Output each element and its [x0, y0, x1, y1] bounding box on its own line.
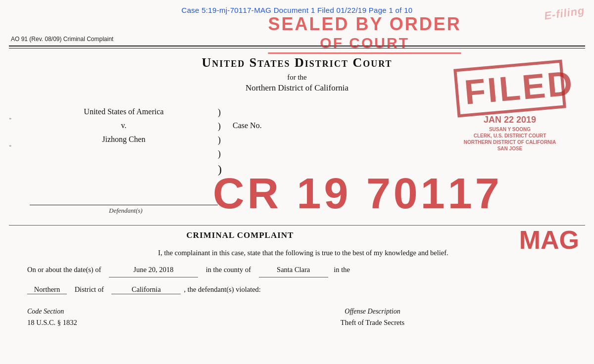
defendant-line — [30, 205, 218, 205]
in-the — [330, 263, 332, 277]
defendant-name: Jizhong Chen — [30, 134, 218, 145]
code-value: 18 U.S.C. § 1832 — [27, 318, 166, 327]
date-spacer — [104, 263, 106, 277]
code-section-header: Code Section — [27, 308, 166, 316]
cr-number-stamp: CR 19 70117 — [213, 168, 579, 219]
defendant-label: Defendant(s) — [109, 207, 143, 215]
paren-2: ) — [218, 120, 233, 132]
district-field: California — [111, 285, 181, 294]
code-section: Code Section Offense Description 18 U.S.… — [27, 308, 579, 327]
offense-header: Offense Description — [166, 308, 579, 316]
county-spacer — [201, 263, 203, 277]
mid-rule — [9, 225, 585, 226]
district-suffix: , the defendant(s) violated: — [184, 285, 260, 294]
criminal-complaint-heading: CRIMINAL COMPLAINT — [0, 230, 480, 240]
district-spacer — [107, 285, 109, 294]
district-of — [70, 285, 72, 294]
complaint-date-line: On or about the date(s) of June 20, 2018… — [27, 263, 579, 277]
county-field: Santa Clara — [259, 263, 328, 277]
paren-3: ) — [218, 134, 233, 145]
sealed-line2: OF COURT — [268, 35, 461, 51]
paren-1: ) — [218, 106, 233, 118]
date-prefix: On or about the date(s) of — [27, 263, 101, 277]
sealed-line1: SEALED BY ORDER — [268, 14, 461, 35]
clerk-info: SUSAN Y SOONG CLERK, U.S. DISTRICT COURT… — [455, 126, 564, 152]
district-violation-line: Northern District of California , the de… — [27, 285, 579, 294]
filed-date: JAN 22 2019 — [455, 115, 564, 125]
county-prefix: in the county of — [206, 263, 251, 277]
code-headers-row: Code Section Offense Description — [27, 308, 579, 316]
vs-label: v. — [30, 120, 218, 131]
ao-form-label: AO 91 (Rev. 08/09) Criminal Complaint — [11, 36, 113, 43]
plaintiff-name: United States of America — [30, 106, 218, 117]
offense-value: Theft of Trade Secrets — [166, 318, 579, 327]
margin-mark-1: * — [9, 116, 12, 122]
district-prefix1: Northern — [27, 285, 67, 294]
margin-mark-2: * — [9, 143, 12, 149]
filed-stamp: FILED JAN 22 2019 SUSAN Y SOONG CLERK, U… — [455, 64, 564, 152]
district-prefix2-label: District of — [75, 285, 104, 294]
document-page: Case 5:19-mj-70117-MAG Document 1 Filed … — [0, 0, 594, 364]
empty-name-2 — [30, 162, 218, 164]
complaint-intro: I, the complainant in this case, state t… — [27, 247, 579, 259]
sealed-stamp: SEALED BY ORDER OF COURT — [268, 14, 461, 54]
filed-text: FILED — [453, 60, 566, 118]
empty-name — [30, 148, 218, 150]
date-field: June 20, 2018 — [109, 263, 198, 277]
complaint-body: I, the complainant in this case, state t… — [27, 247, 579, 279]
sealed-underline — [268, 52, 461, 54]
paren-4: ) — [218, 148, 233, 159]
case-citation: Case 5:19-mj-70117-MAG Document 1 Filed … — [0, 6, 594, 14]
county-spacer2 — [254, 263, 256, 277]
county-suffix: in the — [334, 263, 350, 277]
code-values-row: 18 U.S.C. § 1832 Theft of Trade Secrets — [27, 318, 579, 327]
